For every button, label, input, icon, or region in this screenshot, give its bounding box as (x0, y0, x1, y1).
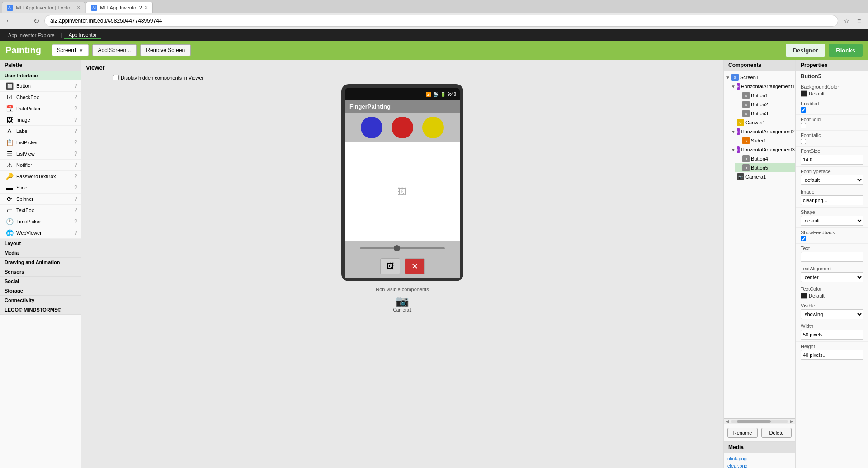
media-item-click[interactable]: click.png (727, 455, 792, 462)
tab-1-close[interactable]: × (77, 5, 80, 11)
image-help-icon[interactable]: ? (74, 117, 77, 123)
menu-icon[interactable]: ≡ (854, 15, 864, 26)
palette-item-listpicker[interactable]: 📋 ListPicker ? (0, 137, 81, 148)
spinner-help-icon[interactable]: ? (74, 196, 77, 202)
color-circle-yellow[interactable] (422, 117, 444, 138)
slider-help-icon[interactable]: ? (74, 184, 77, 191)
palette-section-connectivity[interactable]: Connectivity (0, 296, 81, 305)
palette-section-storage[interactable]: Storage (0, 286, 81, 296)
fontsize-input[interactable] (801, 155, 863, 165)
phone-button-image[interactable]: 🖼 (380, 258, 400, 274)
comp-item-button5[interactable]: B Button5 (735, 163, 795, 172)
fontbold-checkbox[interactable] (801, 123, 806, 128)
width-input[interactable] (801, 330, 863, 340)
screen-selector[interactable]: Screen1 ▼ (52, 44, 89, 56)
palette-item-timepicker-label: TimePicker (16, 219, 71, 224)
comp-scroll-track[interactable] (731, 420, 788, 423)
palette-item-slider[interactable]: ▬ Slider ? (0, 182, 81, 194)
palette-section-sensors[interactable]: Sensors (0, 267, 81, 277)
shape-select[interactable]: default (801, 216, 863, 226)
datepicker-help-icon[interactable]: ? (74, 105, 77, 112)
comp-item-camera1[interactable]: 📷 Camera1 (729, 172, 795, 181)
notifier-help-icon[interactable]: ? (74, 162, 77, 168)
palette-item-spinner[interactable]: ⟳ Spinner ? (0, 194, 81, 205)
back-button[interactable]: ← (4, 15, 14, 26)
palette-item-timepicker[interactable]: 🕐 TimePicker ? (0, 216, 81, 227)
comp-item-horizarr3[interactable]: ▼ H HorizontalArrangement3 (729, 145, 795, 154)
palette-item-checkbox[interactable]: ☑ CheckBox ? (0, 92, 81, 103)
comp-scroll-thumb (737, 420, 771, 423)
palette-item-button[interactable]: 🔲 Button ? (0, 80, 81, 92)
tab-2[interactable]: AI MIT App Inventor 2 × (86, 2, 153, 13)
palette-item-notifier[interactable]: ⚠ Notifier ? (0, 160, 81, 171)
image-input[interactable] (801, 195, 863, 205)
comp-scroll-right[interactable]: ▶ (790, 419, 793, 424)
textbox-help-icon[interactable]: ? (74, 207, 77, 213)
checkbox-help-icon[interactable]: ? (74, 94, 77, 100)
enabled-checkbox[interactable] (801, 107, 806, 113)
comp-item-button1[interactable]: B Button1 (735, 91, 795, 100)
screen-selector-label: Screen1 (57, 47, 77, 53)
palette-item-image[interactable]: 🖼 Image ? (0, 114, 81, 126)
text-input[interactable] (801, 252, 863, 262)
designer-button[interactable]: Designer (786, 44, 826, 57)
palette-item-label[interactable]: A Label ? (0, 126, 81, 137)
delete-button[interactable]: Delete (761, 428, 792, 438)
comp-item-screen1[interactable]: ▼ S Screen1 (724, 73, 795, 82)
palette-section-lego[interactable]: LEGO® MINDSTORMS® (0, 305, 81, 315)
app-header-tab-main[interactable]: App Inventor (64, 31, 101, 39)
palette-item-textbox[interactable]: ▭ TextBox ? (0, 205, 81, 216)
height-input[interactable] (801, 350, 863, 360)
forward-button[interactable]: → (17, 15, 28, 26)
properties-panel: Properties Button5 BackgroundColor Defau… (796, 60, 868, 468)
palette-section-social[interactable]: Social (0, 277, 81, 286)
listview-help-icon[interactable]: ? (74, 151, 77, 157)
add-screen-button[interactable]: Add Screen... (92, 44, 137, 56)
phone-button-clear[interactable]: ✕ (405, 258, 425, 274)
listpicker-help-icon[interactable]: ? (74, 139, 77, 146)
comp-item-slider1[interactable]: S Slider1 (735, 136, 795, 145)
color-circle-blue[interactable] (361, 117, 382, 138)
comp-item-button4[interactable]: B Button4 (735, 154, 795, 163)
palette-section-media[interactable]: Media (0, 248, 81, 258)
fonttypeface-select[interactable]: default (801, 175, 863, 185)
palette-section-layout[interactable]: Layout (0, 239, 81, 248)
palette-item-webviewer[interactable]: 🌐 WebViewer ? (0, 227, 81, 239)
timepicker-help-icon[interactable]: ? (74, 218, 77, 225)
visible-select[interactable]: showing hidden (801, 309, 863, 319)
rename-button[interactable]: Rename (727, 428, 758, 438)
palette-section-drawing[interactable]: Drawing and Animation (0, 258, 81, 267)
palette-section-ui[interactable]: User Interface (0, 71, 81, 80)
phone-slider[interactable] (360, 247, 444, 249)
comp-item-horizarr2[interactable]: ▼ H HorizontalArrangement2 (729, 127, 795, 136)
fontitalic-checkbox[interactable] (801, 139, 806, 144)
comp-item-button2[interactable]: B Button2 (735, 100, 795, 109)
bookmark-icon[interactable]: ☆ (841, 15, 852, 26)
tab-2-close[interactable]: × (145, 5, 148, 11)
palette-item-listview[interactable]: ☰ ListView ? (0, 148, 81, 160)
blocks-button[interactable]: Blocks (829, 44, 863, 57)
comp-scroll-left[interactable]: ◀ (726, 419, 729, 424)
tab-1[interactable]: AI MIT App Inventor | Explo... × (2, 2, 85, 13)
remove-screen-button[interactable]: Remove Screen (140, 44, 191, 56)
webviewer-help-icon[interactable]: ? (74, 230, 77, 236)
address-input[interactable] (44, 15, 838, 27)
reload-button[interactable]: ↻ (31, 15, 42, 26)
label-help-icon[interactable]: ? (74, 128, 77, 134)
canvas-area[interactable]: 🖼 (345, 142, 460, 241)
palette-item-datepicker[interactable]: 📅 DatePicker ? (0, 103, 81, 114)
textalignment-select[interactable]: center left right (801, 272, 863, 282)
color-circle-red[interactable] (392, 117, 413, 138)
media-item-clear[interactable]: clear.png (727, 462, 792, 468)
screen1-icon: S (731, 74, 739, 81)
palette-item-passwordtextbox[interactable]: 🔑 PasswordTextBox ? (0, 171, 81, 182)
button4-label: Button4 (751, 156, 768, 161)
showfeedback-checkbox[interactable] (801, 236, 806, 241)
passwordtextbox-help-icon[interactable]: ? (74, 173, 77, 180)
comp-item-horizarr1[interactable]: ▼ H HorizontalArrangement1 (729, 82, 795, 91)
button-help-icon[interactable]: ? (74, 83, 77, 89)
comp-item-button3[interactable]: B Button3 (735, 109, 795, 118)
app-header-tab-explore[interactable]: App Inventor Explore (4, 32, 59, 39)
display-hidden-checkbox[interactable] (113, 75, 119, 80)
comp-item-canvas1[interactable]: C Canvas1 (729, 118, 795, 127)
